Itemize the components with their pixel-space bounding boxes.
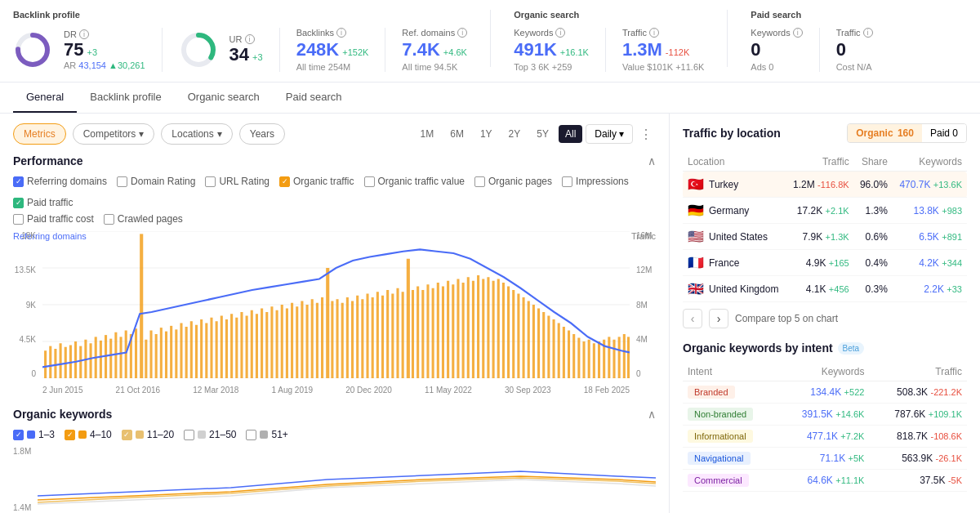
intent-nonbranded: Non-branded [683,404,778,426]
tab-paid-search[interactable]: Paid search [273,83,355,113]
traffic-location-title: Traffic by location [683,127,781,140]
backlinks-info-icon[interactable]: i [336,28,346,38]
svg-rect-38 [190,321,193,378]
svg-rect-65 [326,268,329,378]
svg-rect-42 [210,318,212,378]
cb-organic-traffic[interactable]: ✓ Organic traffic [279,176,354,187]
svg-rect-32 [160,328,163,378]
intent-header-row: Intent Keywords Traffic [683,363,967,381]
performance-collapse-btn[interactable]: ∧ [648,154,656,167]
competitors-filter-btn[interactable]: Competitors ▾ [73,123,155,145]
col-share: Share [854,153,893,172]
time-2y[interactable]: 2Y [502,125,528,143]
tr-branded: 508.3K -221.2K [869,381,967,404]
paid-toggle-btn[interactable]: Paid 0 [922,124,966,142]
svg-rect-117 [588,340,590,378]
cb-referring-domains[interactable]: ✓ Referring domains [13,176,107,187]
svg-rect-83 [416,287,419,379]
cb-organic-traffic-value[interactable]: Organic traffic value [364,176,466,187]
competitors-chevron: ▾ [139,128,144,140]
keywords-collapse-btn[interactable]: ∧ [648,408,656,421]
more-options-btn[interactable]: ⋮ [636,124,656,144]
time-all[interactable]: All [559,125,582,143]
svg-rect-121 [608,337,610,378]
informational-label: Informational [688,430,753,443]
svg-rect-29 [145,340,147,378]
legend-4-10-dot [78,430,87,439]
ref-domains-metric: Ref. domains i 7.4K +4.6K All time 94.5K [402,28,467,72]
keywords-legend: ✓ 1–3 ✓ 4–10 ✓ 11–20 21–50 [13,429,656,440]
checkboxes-row2: Paid traffic cost Crawled pages [13,213,656,225]
svg-rect-100 [502,283,505,378]
svg-rect-119 [598,341,600,378]
legend-51+[interactable]: 51+ [246,429,287,440]
ref-info-icon[interactable]: i [457,28,467,38]
paid-traffic-info[interactable]: i [863,28,873,38]
next-page-btn[interactable]: › [709,309,728,328]
svg-rect-105 [528,301,530,379]
svg-rect-87 [437,283,439,378]
time-1m[interactable]: 1M [414,125,441,143]
legend-21-50[interactable]: 21–50 [184,429,236,440]
svg-rect-69 [346,297,349,378]
dr-info-icon[interactable]: i [79,29,89,39]
org-traffic-delta: -112K [666,47,689,57]
svg-rect-110 [553,319,555,378]
org-traffic-value: 1.3M -112K [622,39,704,60]
organic-toggle-btn[interactable]: Organic 160 [848,124,922,142]
svg-rect-92 [462,283,465,378]
locations-filter-btn[interactable]: Locations ▾ [161,123,232,145]
sep3 [385,28,385,72]
org-traffic-info[interactable]: i [649,28,659,38]
cb-domain-rating[interactable]: Domain Rating [117,176,195,187]
cb-organic-pages[interactable]: Organic pages [474,176,552,187]
ur-info-icon[interactable]: i [245,34,255,44]
svg-rect-51 [256,314,258,378]
compare-label: Compare top 5 on chart [735,313,838,324]
svg-rect-66 [331,301,333,379]
ar-link[interactable]: 43,154 [78,60,106,70]
years-filter-btn[interactable]: Years [239,123,285,145]
cb-crawled-pages[interactable]: Crawled pages [104,213,183,225]
tab-general[interactable]: General [13,83,77,113]
svg-rect-24 [119,337,122,378]
time-5y[interactable]: 5Y [530,125,555,143]
org-kw-info[interactable]: i [555,28,565,38]
svg-rect-73 [366,294,368,379]
svg-rect-98 [492,281,495,378]
location-germany: 🇩🇪 Germany [683,198,786,224]
col-intent-kw: Keywords [778,363,870,381]
svg-rect-91 [457,279,459,379]
tab-organic-search[interactable]: Organic search [175,83,273,113]
cb-paid-traffic-cost[interactable]: Paid traffic cost [13,213,94,225]
backlinks-sub: All time 254M [296,62,369,72]
prev-page-btn[interactable]: ‹ [683,309,702,328]
ref-sub: All time 94.5K [402,62,467,72]
paid-kw-info[interactable]: i [793,28,803,38]
location-france: 🇫🇷 France [683,250,786,276]
legend-1-3[interactable]: ✓ 1–3 [13,429,55,440]
country-row-us: 🇺🇸 United States [688,229,782,244]
traffic-germany: 17.2K +2.1K [786,198,854,224]
main-sep1 [490,10,491,67]
cb-url-rating[interactable]: URL Rating [205,176,270,187]
left-panel: Metrics Competitors ▾ Locations ▾ Years … [0,114,670,513]
flag-turkey: 🇹🇷 [688,176,704,192]
backlinks-delta: +152K [342,47,368,57]
legend-11-20[interactable]: ✓ 11–20 [122,429,174,440]
legend-4-10[interactable]: ✓ 4–10 [65,429,112,440]
svg-rect-55 [276,310,278,378]
svg-rect-68 [341,303,344,378]
cb-paid-traffic[interactable]: ✓ Paid traffic [13,197,73,208]
cb-impressions[interactable]: Impressions [562,176,629,187]
share-us: 0.6% [854,224,893,250]
metrics-filter-btn[interactable]: Metrics [13,123,66,145]
time-6m[interactable]: 6M [443,125,470,143]
svg-rect-74 [372,297,374,378]
time-1y[interactable]: 1Y [474,125,499,143]
svg-rect-9 [44,350,47,378]
right-panel: Traffic by location Organic 160 Paid 0 L… [670,114,980,513]
kw-germany: 13.8K +983 [893,198,967,224]
daily-btn[interactable]: Daily ▾ [586,124,633,144]
tab-backlink-profile[interactable]: Backlink profile [77,83,174,113]
